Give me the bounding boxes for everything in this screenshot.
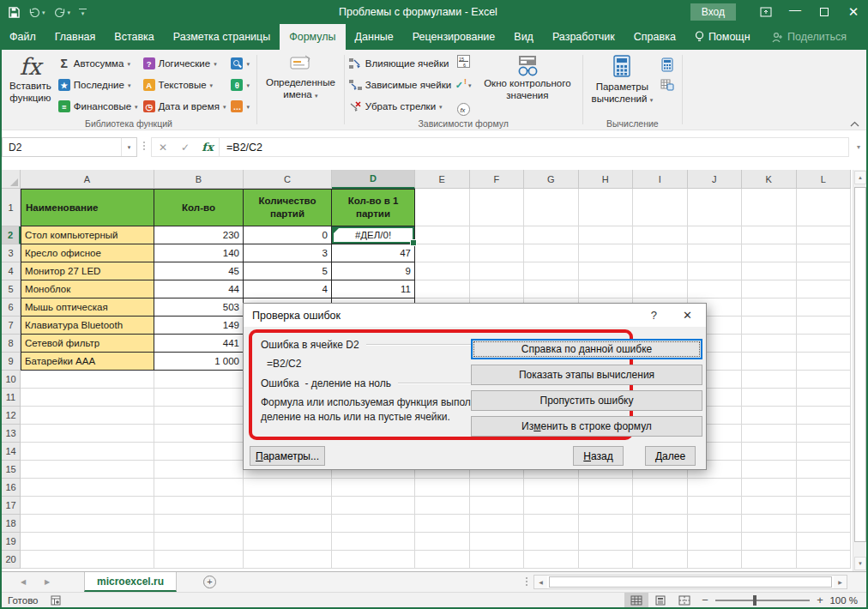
tab-help[interactable]: Справка — [624, 24, 685, 50]
cell-I1[interactable] — [633, 189, 688, 226]
show-formulas-icon[interactable]: 156 — [456, 54, 470, 68]
cell-E5[interactable] — [415, 280, 470, 298]
cell-A16[interactable] — [21, 479, 154, 497]
tab-page-layout[interactable]: Разметка страницы — [164, 24, 280, 50]
row-header-3[interactable]: 3 — [2, 244, 21, 262]
cell-G4[interactable] — [524, 262, 579, 280]
column-header-H[interactable]: H — [579, 170, 634, 189]
cell-L16[interactable] — [797, 479, 852, 497]
cell-L11[interactable] — [797, 389, 852, 407]
row-header-4[interactable]: 4 — [2, 262, 21, 280]
tab-developer[interactable]: Разработчик — [543, 24, 624, 50]
cell-G20[interactable] — [524, 551, 579, 569]
column-header-K[interactable]: K — [742, 170, 797, 189]
cell-A6[interactable]: Мышь оптическая — [21, 298, 154, 317]
cell-A10[interactable] — [21, 371, 154, 389]
cell-H3[interactable] — [579, 244, 634, 262]
cell-K2[interactable] — [742, 226, 797, 244]
cell-B3[interactable]: 140 — [154, 244, 244, 262]
tab-review[interactable]: Рецензирование — [403, 24, 505, 50]
column-header-D[interactable]: D — [332, 170, 415, 189]
zoom-out-button[interactable]: − — [696, 594, 714, 606]
cell-A4[interactable]: Монитор 27 LED — [21, 262, 154, 280]
cell-G2[interactable] — [524, 226, 579, 244]
cell-I18[interactable] — [633, 515, 688, 533]
undo-button[interactable]: ▾ — [28, 8, 45, 17]
tab-assistant[interactable]: Помощн — [685, 24, 760, 50]
cell-A3[interactable]: Кресло офисное — [21, 244, 154, 262]
prev-sheet-icon[interactable]: ◀ — [21, 578, 26, 586]
watch-window-button[interactable]: Окно контрольного значения — [477, 52, 577, 118]
cell-K8[interactable] — [742, 335, 797, 353]
cell-G1[interactable] — [524, 189, 579, 226]
cell-I17[interactable] — [633, 497, 688, 515]
cell-G3[interactable] — [524, 244, 579, 262]
cell-D3[interactable]: 47 — [332, 244, 415, 262]
cell-D18[interactable] — [332, 515, 415, 533]
zoom-in-button[interactable]: + — [811, 594, 829, 606]
cell-E20[interactable] — [415, 551, 470, 569]
cell-E1[interactable] — [415, 189, 470, 226]
save-icon[interactable] — [9, 7, 20, 18]
cell-F2[interactable] — [470, 226, 525, 244]
cell-A19[interactable] — [21, 533, 154, 551]
calculate-sheet-icon[interactable] — [660, 79, 674, 91]
cell-K4[interactable] — [742, 262, 797, 280]
cell-A7[interactable]: Клавиатура Bluetooth — [21, 317, 154, 335]
cell-J20[interactable] — [688, 551, 743, 569]
cell-G19[interactable] — [524, 533, 579, 551]
tab-formulas[interactable]: Формулы — [280, 24, 345, 50]
cell-B2[interactable]: 230 — [154, 226, 244, 244]
cell-A15[interactable] — [21, 461, 154, 479]
cell-B9[interactable]: 1 000 — [154, 353, 244, 371]
cell-J5[interactable] — [688, 280, 743, 298]
cell-B11[interactable] — [154, 389, 244, 407]
close-button[interactable]: ✕ — [839, 0, 868, 24]
cell-L5[interactable] — [797, 280, 852, 298]
cell-D19[interactable] — [332, 533, 415, 551]
cell-E4[interactable] — [415, 262, 470, 280]
cell-L9[interactable] — [797, 353, 852, 371]
cell-A20[interactable] — [21, 551, 154, 569]
vertical-scroll-thumb[interactable] — [854, 187, 866, 542]
scroll-left-icon[interactable]: ◀ — [534, 576, 547, 588]
cell-K1[interactable] — [742, 189, 797, 226]
cell-B15[interactable] — [154, 461, 244, 479]
insert-function-fx-icon[interactable]: fx — [196, 141, 219, 154]
cell-B7[interactable]: 149 — [154, 317, 244, 335]
cell-E2[interactable] — [415, 226, 470, 244]
column-header-B[interactable]: B — [154, 170, 244, 189]
cell-J4[interactable] — [688, 262, 743, 280]
cell-K11[interactable] — [742, 389, 797, 407]
row-header-20[interactable]: 20 — [2, 551, 21, 569]
cell-F18[interactable] — [470, 515, 525, 533]
tab-scroll-grip-icon[interactable] — [526, 577, 527, 586]
ribbon-display-options-button[interactable] — [751, 0, 781, 24]
scroll-right-icon[interactable]: ▶ — [834, 576, 847, 588]
cell-B20[interactable] — [154, 551, 244, 569]
cell-B14[interactable] — [154, 443, 244, 461]
cell-D5[interactable]: 11 — [332, 280, 415, 298]
cell-H4[interactable] — [579, 262, 634, 280]
cell-K17[interactable] — [742, 497, 797, 515]
row-header-14[interactable]: 14 — [2, 443, 21, 461]
normal-view-button[interactable] — [624, 593, 648, 608]
row-header-9[interactable]: 9 — [2, 353, 21, 371]
tab-view[interactable]: Вид — [504, 24, 543, 50]
cell-L7[interactable] — [797, 317, 852, 335]
cell-C5[interactable]: 4 — [244, 280, 332, 298]
cell-B13[interactable] — [154, 425, 244, 443]
cell-A8[interactable]: Сетевой фильтр — [21, 335, 154, 353]
row-header-7[interactable]: 7 — [2, 317, 21, 335]
cell-I3[interactable] — [633, 244, 688, 262]
row-header-17[interactable]: 17 — [2, 497, 21, 515]
row-header-1[interactable]: 1 — [2, 189, 21, 226]
cell-G5[interactable] — [524, 280, 579, 298]
text-functions-button[interactable]: AТекстовые▾ — [143, 75, 226, 94]
cell-K6[interactable] — [742, 298, 797, 317]
cell-C16[interactable] — [244, 479, 332, 497]
row-header-12[interactable]: 12 — [2, 407, 21, 425]
cell-L6[interactable] — [797, 298, 852, 317]
cell-C18[interactable] — [244, 515, 332, 533]
cell-J3[interactable] — [688, 244, 743, 262]
